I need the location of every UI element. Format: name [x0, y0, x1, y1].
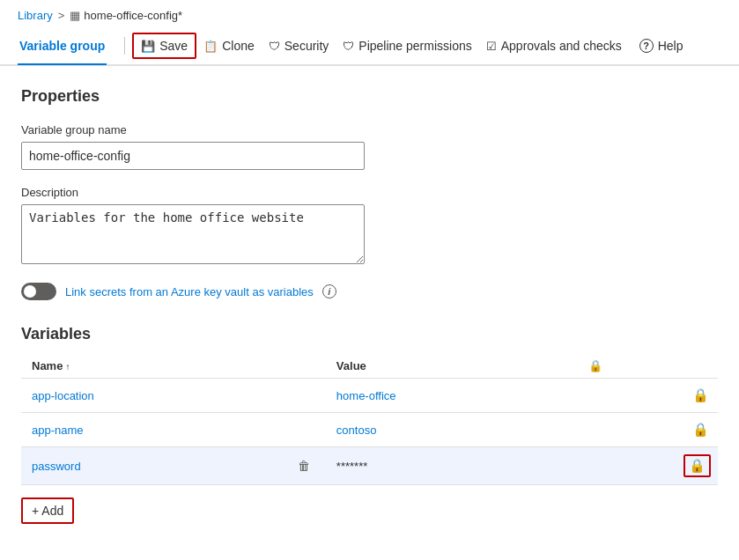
description-group: Description Variables for the home offic…	[21, 186, 718, 267]
toolbar-divider	[124, 37, 125, 55]
toggle-thumb	[24, 285, 36, 298]
save-button[interactable]: 💾 Save	[132, 33, 196, 59]
var-name-cell: password	[21, 447, 282, 485]
approvals-icon: ☑	[486, 40, 497, 53]
var-value-cell: contoso	[326, 413, 578, 447]
var-value-link[interactable]: home-office	[336, 389, 396, 402]
shield-icon: 🛡	[269, 40, 280, 53]
col-value-header: Value	[326, 354, 578, 379]
var-value-link[interactable]: contoso	[336, 424, 377, 437]
add-button[interactable]: + Add	[21, 497, 74, 524]
tab-variable-group[interactable]: Variable group	[18, 28, 107, 65]
table-row: app-namecontoso🔒	[21, 413, 718, 447]
properties-section: Properties Variable group name Descripti…	[21, 87, 718, 300]
clone-icon: 📋	[203, 40, 218, 53]
var-name-cell: app-name	[21, 413, 282, 447]
help-icon: ?	[639, 39, 654, 53]
var-lock-cell: 🔒	[578, 447, 718, 485]
lock-variable-button[interactable]: 🔒	[691, 420, 711, 439]
pipeline-icon: 🛡	[343, 40, 354, 53]
var-name-link[interactable]: app-name	[32, 424, 84, 437]
name-label: Variable group name	[21, 123, 718, 136]
approvals-button[interactable]: ☑ Approvals and checks	[479, 34, 629, 57]
col-lock-header: 🔒	[578, 354, 718, 379]
breadcrumb: Library > ▦ home-office-config*	[0, 0, 739, 27]
var-lock-cell: 🔒	[578, 413, 718, 447]
variables-section: Variables Name↑ Value 🔒 app-locationhome…	[21, 325, 718, 524]
variables-table: Name↑ Value 🔒 app-locationhome-office🔒ap…	[21, 354, 718, 485]
sort-arrow-icon: ↑	[65, 362, 70, 372]
help-button[interactable]: ? Help	[632, 34, 691, 57]
pipeline-permissions-label: Pipeline permissions	[358, 39, 471, 53]
lock-variable-button[interactable]: 🔒	[684, 454, 711, 477]
save-icon: 💾	[141, 40, 155, 53]
lock-header-icon: 🔒	[588, 359, 602, 372]
approvals-label: Approvals and checks	[501, 39, 622, 53]
toggle-track	[21, 283, 56, 300]
var-name-link[interactable]: password	[32, 460, 81, 473]
properties-title: Properties	[21, 87, 718, 106]
security-label: Security	[285, 39, 329, 53]
help-label: Help	[658, 39, 684, 53]
info-icon[interactable]: i	[322, 284, 336, 298]
var-lock-cell: 🔒	[578, 379, 718, 413]
table-row: app-locationhome-office🔒	[21, 379, 718, 413]
description-label: Description	[21, 186, 718, 199]
var-name-link[interactable]: app-location	[32, 389, 94, 402]
toolbar: Variable group 💾 Save 📋 Clone 🛡 Security…	[0, 27, 739, 66]
save-label: Save	[159, 39, 188, 53]
toggle-row: Link secrets from an Azure key vault as …	[21, 283, 718, 300]
delete-variable-button[interactable]: 🗑	[292, 457, 315, 475]
description-input[interactable]: Variables for the home office website	[21, 204, 365, 264]
azure-keyvault-toggle[interactable]	[21, 283, 56, 300]
var-trash-cell: 🗑	[282, 447, 326, 485]
name-group: Variable group name	[21, 123, 718, 170]
library-icon: ▦	[70, 9, 80, 22]
var-value-cell: home-office	[326, 379, 578, 413]
col-delete-header	[282, 354, 326, 379]
clone-label: Clone	[222, 39, 255, 53]
var-value-cell: *******	[326, 447, 578, 485]
add-label: + Add	[32, 504, 63, 518]
lock-variable-button[interactable]: 🔒	[691, 386, 711, 405]
clone-button[interactable]: 📋 Clone	[196, 34, 262, 57]
breadcrumb-library-link[interactable]: Library	[18, 9, 53, 22]
table-row: password🗑*******🔒	[21, 447, 718, 485]
main-content: Properties Variable group name Descripti…	[0, 66, 739, 545]
table-header-row: Name↑ Value 🔒	[21, 354, 718, 379]
variables-title: Variables	[21, 325, 718, 343]
pipeline-permissions-button[interactable]: 🛡 Pipeline permissions	[336, 34, 478, 57]
toggle-label[interactable]: Link secrets from an Azure key vault as …	[65, 285, 314, 298]
col-name-header: Name↑	[21, 354, 282, 379]
tab-variable-group-label: Variable group	[19, 39, 105, 53]
var-trash-cell	[282, 413, 326, 447]
name-input[interactable]	[21, 142, 365, 170]
breadcrumb-current: home-office-config*	[84, 9, 182, 22]
var-value-link[interactable]: *******	[336, 460, 367, 473]
security-button[interactable]: 🛡 Security	[262, 34, 336, 57]
breadcrumb-separator: >	[58, 9, 65, 22]
var-trash-cell	[282, 379, 326, 413]
var-name-cell: app-location	[21, 379, 282, 413]
